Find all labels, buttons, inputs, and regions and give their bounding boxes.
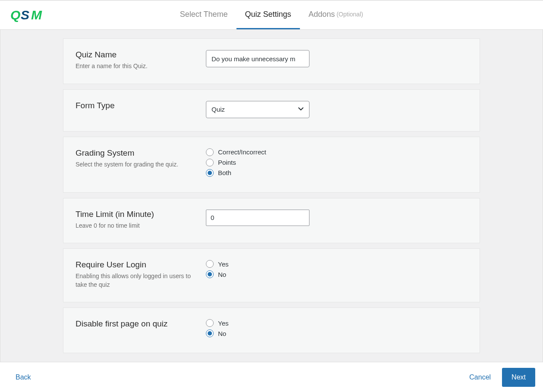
radio-input[interactable]: [206, 319, 214, 327]
radio-label: No: [218, 330, 226, 337]
svg-text:Q: Q: [10, 8, 20, 22]
require-login-desc: Enabling this allows only logged in user…: [76, 272, 192, 289]
disable-first-page-title: Disable first page on quiz: [76, 319, 206, 329]
time-limit-title: Time Limit (in Minute): [76, 210, 206, 219]
radio-label: Yes: [218, 320, 228, 327]
next-button[interactable]: Next: [502, 368, 535, 387]
form-type-title: Form Type: [76, 101, 206, 110]
time-limit-desc: Leave 0 for no time limit: [76, 222, 192, 230]
radio-label: No: [218, 271, 226, 278]
grading-title: Grading System: [76, 148, 206, 158]
tab-label: Quiz Settings: [245, 10, 291, 19]
radio-input[interactable]: [206, 148, 214, 156]
tab-select-theme[interactable]: Select Theme: [171, 0, 237, 29]
svg-text:S: S: [21, 8, 29, 22]
require-login-radio-yes[interactable]: Yes: [206, 260, 467, 268]
tab-quiz-settings[interactable]: Quiz Settings: [237, 0, 300, 29]
settings-body: Quiz Name Enter a name for this Quiz. Fo…: [0, 30, 543, 362]
card-grading-system: Grading System Select the system for gra…: [63, 137, 480, 193]
require-login-radio-no[interactable]: No: [206, 270, 467, 278]
radio-input[interactable]: [206, 329, 214, 337]
disable-first-radio-yes[interactable]: Yes: [206, 319, 467, 327]
disable-first-radio-no[interactable]: No: [206, 329, 467, 337]
grading-radio-both[interactable]: Both: [206, 169, 467, 177]
quiz-name-desc: Enter a name for this Quiz.: [76, 62, 192, 71]
header: Q S M Select Theme Quiz Settings Addons …: [0, 0, 543, 30]
logo: Q S M: [10, 7, 47, 23]
card-quiz-name: Quiz Name Enter a name for this Quiz.: [63, 38, 480, 84]
radio-label: Both: [218, 169, 231, 176]
tab-optional-label: (Optional): [337, 11, 363, 18]
card-form-type: Form Type Quiz: [63, 89, 480, 132]
radio-label: Points: [218, 159, 236, 166]
svg-text:M: M: [31, 8, 42, 22]
quiz-name-title: Quiz Name: [76, 50, 206, 60]
grading-radio-correct[interactable]: Correct/Incorrect: [206, 148, 467, 156]
tab-label: Select Theme: [180, 10, 228, 19]
radio-input[interactable]: [206, 260, 214, 268]
radio-input[interactable]: [206, 270, 214, 278]
quiz-name-input[interactable]: [206, 50, 309, 67]
radio-input[interactable]: [206, 159, 214, 166]
tab-addons[interactable]: Addons (Optional): [300, 0, 372, 29]
require-login-title: Require User Login: [76, 260, 206, 270]
card-time-limit: Time Limit (in Minute) Leave 0 for no ti…: [63, 198, 480, 244]
logo-icon: Q S M: [10, 7, 47, 23]
radio-input[interactable]: [206, 169, 214, 177]
form-type-select[interactable]: Quiz: [206, 101, 309, 118]
footer: Back Cancel Next: [0, 362, 543, 392]
radio-label: Correct/Incorrect: [218, 148, 266, 156]
grading-desc: Select the system for grading the quiz.: [76, 160, 192, 169]
cancel-button[interactable]: Cancel: [469, 373, 491, 381]
tab-label: Addons: [309, 10, 335, 19]
back-button[interactable]: Back: [16, 373, 31, 381]
grading-radio-points[interactable]: Points: [206, 159, 467, 166]
card-require-login: Require User Login Enabling this allows …: [63, 248, 480, 302]
time-limit-input[interactable]: [206, 210, 309, 226]
card-disable-first-page: Disable first page on quiz Yes No: [63, 307, 480, 353]
radio-label: Yes: [218, 260, 228, 268]
header-tabs: Select Theme Quiz Settings Addons (Optio…: [171, 0, 372, 29]
